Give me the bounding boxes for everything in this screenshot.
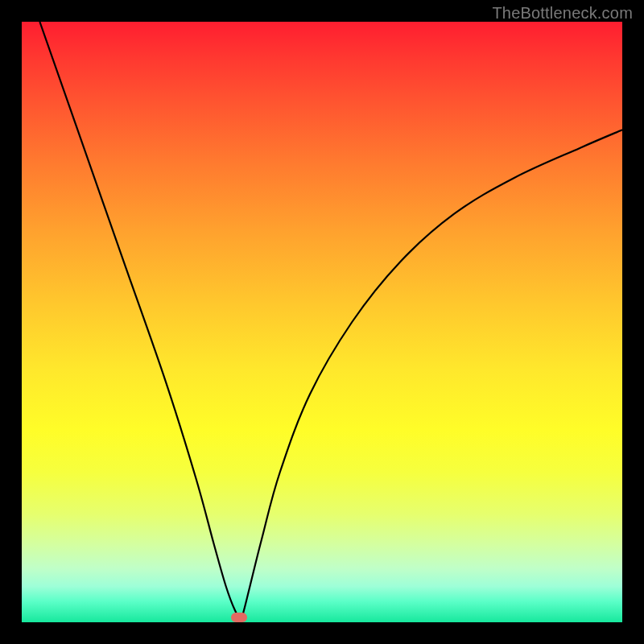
optimal-point-marker <box>231 613 247 622</box>
watermark-text: TheBottleneck.com <box>492 4 633 23</box>
bottleneck-curve <box>22 22 622 622</box>
chart-plot-area <box>22 22 622 622</box>
